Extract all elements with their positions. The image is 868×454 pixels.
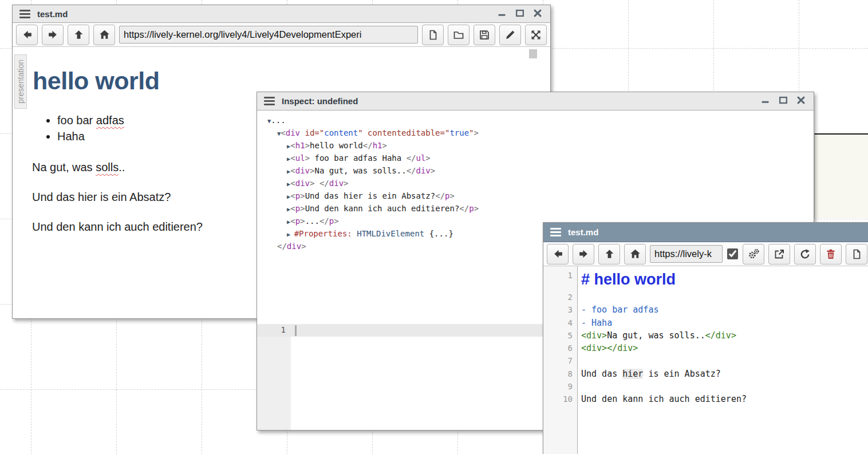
url-input[interactable] xyxy=(119,26,418,44)
line-number: 4 xyxy=(543,317,578,329)
save-icon xyxy=(479,29,490,41)
dom-tree-node[interactable]: ▼<div id="content" contenteditable="true… xyxy=(257,127,814,139)
code-editor[interactable]: 1# hello world23- foo bar adfas4- Haha5<… xyxy=(543,266,868,454)
code-segment-plain: Und den kann ich auch editieren? xyxy=(305,204,460,213)
code-segment-md-h1: # hello world xyxy=(581,271,676,288)
cogs-icon xyxy=(748,248,760,260)
code-segment-html-tag: </div> xyxy=(705,330,736,341)
maximize-button[interactable] xyxy=(778,96,789,107)
code-segment-plain: foo bar adfas Haha xyxy=(310,153,407,163)
dom-tree-node[interactable]: ▶<p>Und den kann ich auch editieren?</p> xyxy=(257,202,814,215)
refresh-button[interactable] xyxy=(794,244,816,264)
dom-tree-node[interactable]: ▶<p>Und das hier is ein Absatz?</p> xyxy=(257,190,814,202)
code-segment-brk: < xyxy=(290,216,295,226)
code-segment-brk: < xyxy=(290,141,295,150)
line-number: 7 xyxy=(543,354,578,367)
code-segment-plain: ... xyxy=(271,116,285,125)
external-link-icon xyxy=(774,248,785,260)
presentation-tab[interactable]: presentation xyxy=(14,54,27,109)
titlebar[interactable]: test.md xyxy=(13,5,550,23)
code-segment-miss: adfas xyxy=(96,114,124,127)
close-button[interactable] xyxy=(532,8,543,19)
trash-button[interactable] xyxy=(820,244,842,264)
dom-tree-node[interactable]: ▼... xyxy=(257,114,814,127)
window-title: test.md xyxy=(568,227,598,237)
code-segment-plain: .. xyxy=(119,161,125,173)
code-segment-brk: </ xyxy=(319,216,329,226)
window-menu-button[interactable] xyxy=(264,97,275,105)
code-line: - foo bar adfas xyxy=(578,303,658,316)
line-number: 3 xyxy=(543,303,578,316)
save-button[interactable] xyxy=(474,25,495,45)
dom-tree-node[interactable]: ▶<div> </div> xyxy=(257,177,814,190)
edit-icon xyxy=(504,29,516,41)
code-segment-plain: Und das hier is ein Absatz? xyxy=(32,191,171,203)
code-segment-plain: Na gut, was solls.. xyxy=(315,166,407,175)
code-segment-tag: p xyxy=(469,204,474,213)
code-segment-tag: h1 xyxy=(373,141,382,150)
line-number: 10 xyxy=(543,393,578,405)
edit-button[interactable] xyxy=(499,25,521,45)
up-button[interactable] xyxy=(598,244,620,264)
minimize-icon xyxy=(497,8,507,20)
home-button[interactable] xyxy=(624,244,646,264)
code-segment-tag: ul xyxy=(416,153,426,163)
code-segment-brk: > xyxy=(382,141,387,150)
forward-button[interactable] xyxy=(42,25,64,45)
external-link-button[interactable] xyxy=(768,244,790,264)
code-segment-plain: is ein Absatz? xyxy=(643,369,720,379)
forward-button[interactable] xyxy=(573,244,594,264)
code-segment-brk: < xyxy=(290,166,295,175)
home-icon xyxy=(98,29,111,41)
code-segment-tag: p xyxy=(329,216,334,226)
code-segment-tag: p xyxy=(295,191,300,200)
code-segment-brk: > xyxy=(310,166,314,175)
code-segment-val: true xyxy=(449,128,469,137)
new-file-button[interactable] xyxy=(422,25,444,45)
back-button[interactable] xyxy=(547,244,569,264)
code-segment-brk: > xyxy=(344,179,348,188)
expand-button[interactable] xyxy=(525,25,547,45)
window-menu-button[interactable] xyxy=(19,10,30,18)
option-checkbox[interactable] xyxy=(727,248,738,259)
code-segment-brk: > xyxy=(431,166,435,175)
up-button[interactable] xyxy=(68,25,89,45)
editor-row: 9 xyxy=(543,380,868,393)
dom-tree-node[interactable]: ▶<ul> foo bar adfas Haha </ul> xyxy=(257,152,814,164)
code-segment-attr: " xyxy=(469,128,474,137)
maximize-button[interactable] xyxy=(514,8,526,19)
background-panel xyxy=(814,133,868,218)
forward-icon xyxy=(578,248,590,260)
code-segment-brk: > xyxy=(305,141,310,150)
window-menu-button[interactable] xyxy=(550,228,561,236)
cogs-button[interactable] xyxy=(743,244,764,264)
code-segment-plain: Und den kann ich auch editieren? xyxy=(581,394,747,404)
titlebar[interactable]: test.md xyxy=(543,223,868,242)
code-segment-tag: div xyxy=(416,166,431,175)
close-button[interactable] xyxy=(795,96,807,107)
up-icon xyxy=(603,248,616,260)
window-title: test.md xyxy=(37,9,68,19)
editor-row: 10Und den kann ich auch editieren? xyxy=(543,393,868,405)
back-icon xyxy=(552,248,564,260)
line-number: 1 xyxy=(543,269,578,282)
titlebar[interactable]: Inspect: undefined xyxy=(257,92,814,110)
url-input[interactable] xyxy=(650,245,723,263)
up-icon xyxy=(73,29,85,41)
code-segment-plain: Und das hier is ein Absatz? xyxy=(305,191,436,200)
minimize-button[interactable] xyxy=(760,96,771,107)
code-segment-brk: > xyxy=(310,179,314,188)
dom-tree-node[interactable]: ▶<h1>hello world</h1> xyxy=(257,139,814,152)
code-segment-brk: < xyxy=(290,191,295,200)
scrollbar-thumb[interactable] xyxy=(529,49,537,58)
code-segment-brk: </ xyxy=(363,141,373,150)
new-file-button[interactable] xyxy=(846,244,867,264)
dom-tree-node[interactable]: ▶<div>Na gut, was solls..</div> xyxy=(257,164,814,177)
back-button[interactable] xyxy=(16,25,38,45)
code-segment-attr: id=" xyxy=(305,128,325,137)
line-number: 8 xyxy=(543,368,578,380)
home-button[interactable] xyxy=(93,25,115,45)
open-folder-button[interactable] xyxy=(448,25,469,45)
minimize-button[interactable] xyxy=(496,8,508,19)
code-segment-brk: > xyxy=(305,153,310,163)
